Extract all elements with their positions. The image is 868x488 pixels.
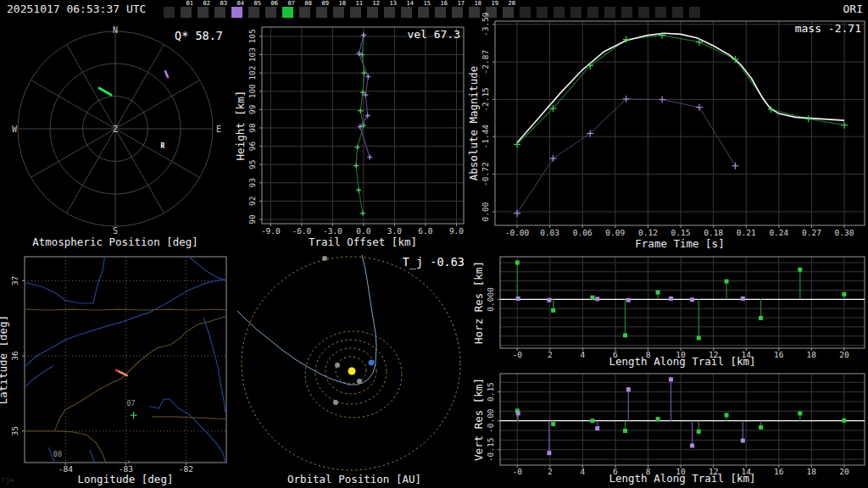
river	[90, 450, 95, 463]
axis-label-y: Latitude [deg]	[0, 315, 9, 404]
station-1-marker	[759, 316, 763, 320]
river	[148, 399, 225, 463]
axes-frame	[500, 257, 865, 348]
station-1-marker	[725, 280, 729, 284]
axes-frame	[495, 21, 865, 225]
station-1-marker	[842, 419, 846, 423]
meteoroid-orbit	[237, 255, 376, 385]
tick-label: 0.12	[638, 228, 658, 237]
tick-label: 92	[248, 197, 257, 206]
tick-label: 0.06	[573, 228, 593, 237]
tick-label: 0.000	[486, 287, 495, 312]
station-2-marker	[626, 298, 631, 302]
tick-label: 2	[548, 350, 553, 359]
tick-label: 0.30	[835, 228, 854, 237]
tick-label: 4	[581, 467, 586, 476]
tick-label: 18	[807, 350, 817, 359]
station-2-marker	[595, 426, 599, 430]
tick-label: -2.87	[481, 50, 490, 75]
tick-label: 35	[10, 426, 19, 435]
tick-label: 0.15	[486, 382, 495, 402]
watermark: rjw	[2, 476, 14, 484]
caption: Atmospheric Position [deg]	[32, 236, 198, 248]
station-1-marker	[551, 308, 555, 313]
station-1-marker	[623, 333, 627, 337]
station-1-marker	[656, 291, 660, 295]
axis-label-y: Horz Res [km]	[472, 261, 485, 344]
tick-label: 95	[248, 159, 257, 169]
grid	[495, 21, 865, 225]
axis-label-x: Longitude [deg]	[78, 473, 174, 485]
light_curve-panel: -0.000.030.060.090.120.150.180.210.240.2…	[467, 12, 865, 250]
grid	[500, 257, 865, 348]
tick-label: -2.15	[481, 87, 490, 112]
tick-label: -0	[513, 350, 523, 359]
station-2-marker	[626, 387, 631, 391]
plots-canvas: NSWEZRQ* 58.7Atmospheric Position [deg]-…	[0, 0, 868, 488]
tick-label: -3.59	[481, 12, 490, 36]
axis-label-y: Vert Res [km]	[472, 378, 485, 461]
tick-label: 0.0	[356, 226, 370, 236]
grid	[500, 374, 865, 465]
tick-label: -0.00	[505, 228, 530, 237]
station-2-marker	[516, 411, 520, 415]
river	[189, 257, 226, 280]
station-1-marker	[590, 296, 594, 300]
tick-label: 99	[248, 104, 257, 114]
tick-label: 0.24	[769, 228, 788, 237]
tick-label: 98	[248, 123, 257, 133]
station-1-marker	[656, 417, 660, 421]
station-1-marker	[590, 419, 594, 423]
river	[25, 366, 53, 388]
annotation: mass -2.71	[795, 22, 861, 35]
radiant-marker: R	[161, 142, 165, 150]
tick-label: 93	[248, 178, 257, 187]
tick-label: 16	[774, 467, 784, 476]
station-1-marker	[697, 336, 701, 340]
tick-label: 6.0	[418, 226, 432, 236]
zenith-label: Z	[113, 125, 118, 134]
station-2-track	[165, 71, 168, 77]
station-1-marker	[551, 422, 555, 426]
tick-label: 105	[248, 29, 257, 43]
station-2-marker	[669, 297, 673, 301]
station-2-marker	[516, 297, 520, 301]
station-label: 07	[126, 399, 135, 408]
trail_offset-panel: -9.0-6.0-3.00.03.06.09.01051031021009998…	[234, 27, 464, 248]
planet-dot	[333, 400, 338, 405]
tick-label: -6.0	[292, 226, 311, 236]
tick-label: -84	[58, 464, 73, 474]
station-1-marker	[798, 268, 802, 272]
station-1-marker	[798, 411, 802, 415]
tick-label: 96	[248, 141, 257, 152]
tick-label: 0.21	[737, 228, 756, 237]
station-label: 08	[53, 450, 62, 458]
state-border	[25, 309, 226, 310]
station-2-marker	[547, 451, 551, 455]
earth-dot	[369, 360, 375, 366]
tick-label: 4	[581, 350, 586, 359]
tick-label: 18	[807, 467, 817, 476]
cardinal-w: W	[12, 125, 18, 134]
station-1-track	[99, 88, 111, 95]
planet-orbit	[242, 257, 460, 470]
axis-label-x: Frame Time [s]	[635, 237, 724, 250]
tick-label: 20	[839, 350, 849, 359]
tick-label: 0.00	[481, 202, 490, 221]
station-1-marker	[515, 260, 520, 264]
station-marker	[131, 412, 137, 419]
tick-label: 2	[548, 467, 553, 476]
tick-label: -3.0	[323, 226, 342, 236]
tick-label: 9.0	[449, 226, 464, 236]
tick-label: -82	[179, 464, 193, 474]
tick-label: 3.0	[387, 226, 402, 236]
station-2-marker	[669, 377, 673, 381]
vert_res-panel: -024681012141618200.15-0.00-0.15Length A…	[472, 374, 865, 485]
tick-label: 102	[248, 66, 257, 80]
state-border	[55, 316, 227, 431]
tick-label: -0.72	[481, 162, 490, 186]
tick-label: 20	[839, 467, 849, 476]
station-2-marker	[690, 297, 694, 302]
map-features	[25, 257, 226, 470]
tick-label: -1.44	[481, 125, 490, 149]
